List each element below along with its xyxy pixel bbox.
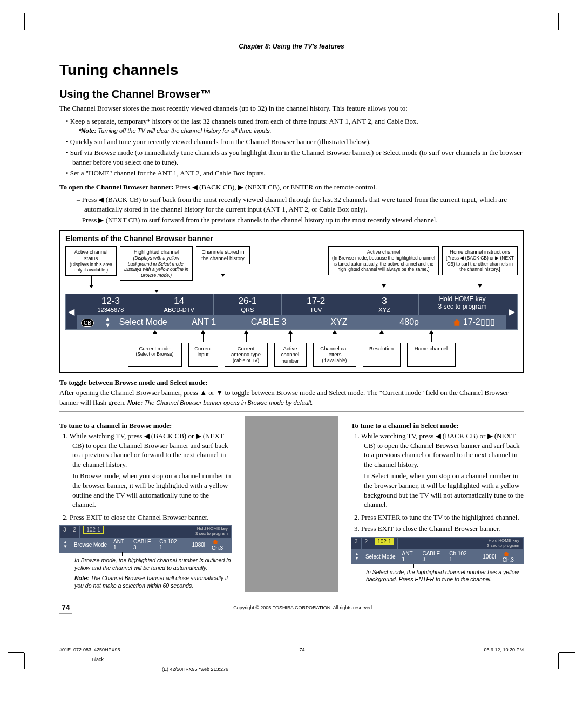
mini-ch: 3 — [60, 526, 70, 538]
updown-icon: ▲▼ — [100, 316, 115, 328]
history-ch-name: 12345678 — [79, 307, 143, 314]
updown-icon: ▲▼ — [351, 551, 362, 562]
antenna-type: CABLE 3 — [236, 317, 301, 327]
intro-bullets: Keep a separate, temporary* history of t… — [59, 117, 524, 178]
note-label: Note: — [74, 575, 89, 581]
home-icon — [504, 552, 509, 556]
callout-title: Active channel — [331, 249, 436, 255]
mini-hk2: 3 sec to program — [195, 531, 228, 536]
mini-input: ANT 1 — [110, 538, 130, 552]
callout-title: Resolution — [363, 343, 401, 368]
mini-antenna: CABLE 3 — [419, 549, 446, 563]
browse-caption2: Note: The Channel Browser banner will cl… — [59, 574, 232, 591]
current-mode: Select Mode — [115, 317, 172, 327]
callout-sub: (if available) — [316, 358, 353, 364]
mini-ch: 2 — [362, 538, 372, 549]
callout-title: Active channel status — [69, 249, 113, 262]
highlighted-background: 102-1 — [375, 538, 394, 545]
mini-home: Ch.3 — [503, 557, 514, 563]
highlighted-outline: 102-1 — [83, 526, 104, 534]
bullet-text: Keep a separate, temporary* history of t… — [70, 117, 418, 125]
select-step3: 3. Press EXIT to close the Channel Brows… — [364, 524, 524, 534]
note-label: *Note: — [79, 127, 96, 134]
home-icon — [453, 319, 460, 326]
history-ch-name: QRS — [216, 307, 280, 314]
history-ch-num: 3 — [352, 296, 416, 307]
diagram-title: Elements of the Channel Browser banner — [65, 234, 518, 243]
callout-sub: [Press ◀ (BACK CB) or ▶ (NEXT CB) to sur… — [445, 255, 514, 273]
callout-title: Current input — [188, 343, 218, 368]
mini-mode: Browse Mode — [71, 541, 110, 549]
history-ch-name: XYZ — [352, 307, 416, 314]
note-text: The Channel Browser banner opens in Brow… — [143, 399, 313, 406]
sub-instruction: – Press ▶ (NEXT CB) to surf forward from… — [77, 215, 524, 225]
browse-step2: 2. Press EXIT to close the Channel Brows… — [72, 513, 232, 522]
copyright: Copyright © 2005 TOSHIBA CORPORATION. Al… — [83, 605, 524, 610]
browse-step1-body: In Browse mode, when you stop on a chann… — [72, 471, 232, 509]
open-banner-instruction: To open the Channel Browser banner: Pres… — [59, 182, 524, 192]
select-step1-body: In Select mode, when you stop on a chann… — [364, 471, 524, 509]
current-input: ANT 1 — [172, 317, 236, 327]
note-text: Turning off the TV will clear the channe… — [96, 127, 271, 134]
select-mode-section: To tune to a channel in Select mode: 1. … — [351, 416, 524, 591]
note-label: Note: — [127, 399, 143, 406]
print-timestamp: 05.9.12, 10:20 PM — [484, 647, 524, 652]
callout-title: Home channel — [407, 343, 456, 368]
callout-sub: (Displays in this area only if available… — [69, 262, 113, 273]
history-ch-num: 14 — [147, 296, 211, 307]
column-divider — [245, 416, 338, 591]
print-page: 74 — [300, 647, 305, 652]
history-ch-num: 12-3 — [79, 296, 143, 307]
home-icon — [213, 540, 218, 544]
mini-hk2: 3 sec to program — [487, 543, 519, 548]
browse-step1: 1. While watching TV, press ◀ (BACK CB) … — [72, 431, 232, 469]
callout-sub: (Select or Browse) — [131, 351, 179, 357]
select-step2: 2. Press ENTER to tune the TV to the hig… — [364, 513, 524, 522]
home-instr-line2: 3 sec to program — [421, 303, 504, 311]
browse-mode-banner: 3 2 102-1 Hold HOME key3 sec to program … — [59, 525, 232, 553]
divider — [59, 411, 524, 412]
bullet-text: Surf via Browse mode (to immediately tun… — [66, 148, 524, 167]
callout-title: Current mode — [131, 345, 179, 352]
section-title: Using the Channel Browser™ — [59, 88, 524, 100]
home-instr-line1: Hold HOME key — [421, 296, 504, 303]
open-banner-rest: Press ◀ (BACK CB), ▶ (NEXT CB), or ENTER… — [174, 183, 377, 191]
browse-mode-section: To tune to a channel in Browse mode: 1. … — [59, 416, 232, 591]
history-ch-num: 26-1 — [216, 296, 280, 307]
mini-home: Ch.3 — [212, 545, 223, 551]
callout-title: Channel call letters — [316, 345, 353, 358]
channel-browser-banner: ◀ 12-312345678 14ABCD-DTV 26-1QRS 17-2TU… — [65, 294, 518, 329]
callout-sub: (Displays with a yellow background in Se… — [124, 255, 188, 278]
select-caption: In Select mode, the highlighted channel … — [351, 568, 524, 586]
history-ch-num: 17-2 — [284, 296, 348, 307]
print-info-row: #01E_072-083_4250HPX95 74 05.9.12, 10:20… — [0, 635, 583, 655]
page-number: 74 — [59, 602, 72, 614]
mini-input: ANT 1 — [399, 549, 419, 563]
updown-icon: ▲▼ — [60, 539, 71, 550]
select-step1: 1. While watching TV, press ◀ (BACK CB) … — [364, 431, 524, 469]
open-banner-lead: To open the Channel Browser banner: — [59, 183, 174, 191]
browse-caption1: In Browse mode, the highlighted channel … — [59, 556, 232, 574]
bullet-text: Quickly surf and tune your recently view… — [66, 137, 524, 147]
channel-browser-diagram: Elements of the Channel Browser banner A… — [59, 230, 524, 373]
mini-hk1: Hold HOME key — [489, 538, 519, 543]
mini-hk1: Hold HOME key — [197, 526, 228, 531]
history-ch-name: ABCD-DTV — [147, 307, 211, 314]
active-channel: XYZ — [301, 317, 377, 327]
mini-ch-active: Ch.102-1 — [446, 549, 473, 563]
banner-left-arrow-icon: ◀ — [66, 294, 77, 329]
mini-antenna: CABLE 3 — [130, 538, 156, 552]
select-head: To tune to a channel in Select mode: — [351, 421, 524, 430]
chapter-header: Chapter 8: Using the TV's features — [59, 38, 524, 55]
callout-title: Active channel number — [274, 343, 307, 368]
mini-res: 1080i — [189, 541, 208, 549]
mini-ch: 3 — [351, 538, 362, 549]
sub-instruction: – Press ◀ (BACK CB) to surf back from th… — [77, 195, 524, 214]
bullet-text: Set a "HOME" channel for the ANT 1, ANT … — [66, 168, 524, 178]
callout-sub: (cable or TV) — [228, 358, 265, 364]
callout-title: Channels stored in the channel history — [199, 249, 247, 262]
browse-head: To tune to a channel in Browse mode: — [59, 421, 232, 430]
toggle-body: After opening the Channel Browser banner… — [59, 388, 524, 407]
callout-title: Current antenna type — [228, 345, 265, 358]
toggle-head: To toggle between Browse mode and Select… — [59, 378, 524, 387]
